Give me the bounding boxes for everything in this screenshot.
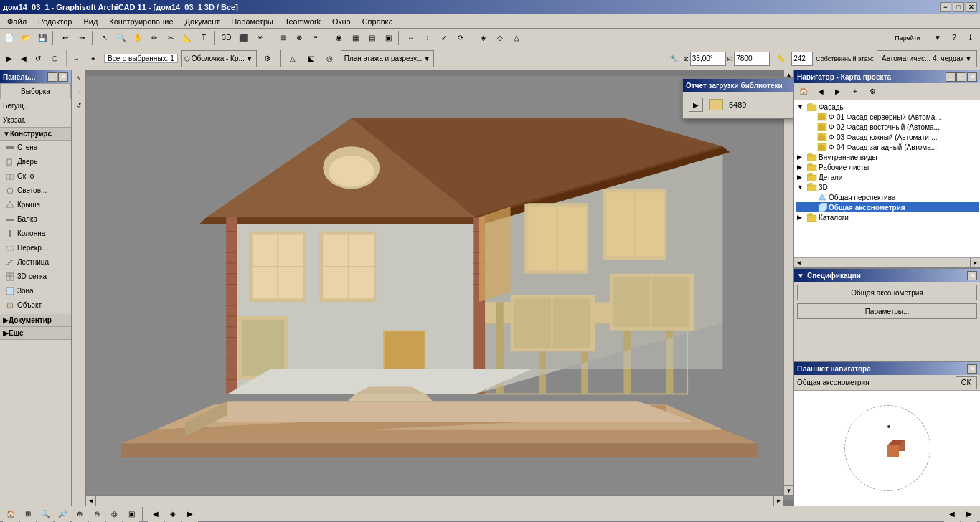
nav-fwd-btn[interactable]: ▶ (830, 84, 846, 100)
ctx-icon5[interactable]: → (70, 52, 83, 65)
nav-btn2[interactable]: ↕ (420, 30, 435, 46)
spec-axo-btn[interactable]: Общая аксонометрия (797, 285, 977, 300)
view-btn2[interactable]: ▦ (347, 30, 363, 46)
nav-running[interactable]: Бегущ... (0, 99, 71, 113)
bottom-btn2[interactable]: ⊞ (20, 506, 36, 522)
floor-number-input[interactable] (791, 52, 813, 66)
ltb-btn2[interactable]: → (72, 85, 85, 98)
bottom-btn4[interactable]: 🔎 (55, 506, 70, 522)
menu-view[interactable]: Вид (79, 16, 102, 27)
tree-3d-folder[interactable]: ▼ 3D (796, 182, 979, 192)
bottom-btn8[interactable]: ▣ (123, 506, 139, 522)
bottom-right-btn2[interactable]: ▶ (961, 506, 977, 522)
info-btn[interactable]: ℹ (963, 30, 979, 46)
nav-btn1[interactable]: ↔ (403, 30, 419, 46)
nav-add-btn[interactable]: + (847, 84, 863, 100)
3d-viewport[interactable]: ▲ ▼ ◄ ► Отчет загрузки библиотеки ✕ ▶ 54… (86, 70, 793, 506)
nav-max-btn[interactable]: □ (956, 72, 966, 82)
goto-button[interactable]: Перейти (886, 30, 929, 46)
ltb-btn3[interactable]: ↺ (72, 99, 85, 112)
nav-home-btn[interactable]: 🏠 (796, 84, 811, 100)
goto-dropdown[interactable]: ▼ (930, 30, 946, 46)
bottom-btn5[interactable]: ⊕ (72, 506, 88, 522)
item-slab[interactable]: Перекр... (0, 241, 71, 255)
item-object[interactable]: Объект (0, 298, 71, 313)
angle-input[interactable] (690, 52, 726, 66)
item-roof[interactable]: Крыша (0, 198, 71, 212)
nav-min-btn[interactable]: _ (946, 72, 956, 82)
tree-worksheets-folder[interactable]: ▶ Рабочие листы (796, 162, 979, 172)
bottom-btn9[interactable]: ◀ (148, 506, 164, 522)
help-btn[interactable]: ? (946, 30, 962, 46)
panel-close[interactable]: ✕ (58, 72, 68, 82)
tree-axonometry[interactable]: Общая аксонометрия (796, 202, 979, 212)
ctx-icon3[interactable]: ↺ (32, 52, 44, 65)
nav-ok-btn[interactable]: OK (956, 376, 977, 389)
render-button[interactable]: ⬛ (235, 30, 251, 46)
section-more[interactable]: ▶ Еще (0, 327, 71, 340)
section-document[interactable]: ▶ Документир (0, 314, 71, 327)
item-stair[interactable]: Лестница (0, 255, 71, 270)
tree-facade-e[interactable]: Ф-02 Фасад восточный (Автома... (796, 122, 979, 132)
item-beam[interactable]: Балка (0, 212, 71, 227)
bottom-btn7[interactable]: ◎ (106, 506, 122, 522)
item-column[interactable]: Колонна (0, 227, 71, 241)
section-btn[interactable]: ⬕ (303, 51, 319, 67)
ctx-icon1[interactable]: ▶ (3, 52, 16, 65)
extra-btn1[interactable]: ◈ (476, 30, 491, 46)
tree-facade-s[interactable]: Ф-03 Фасад южный (Автомати-... (796, 132, 979, 142)
item-light[interactable]: Светов... (0, 184, 71, 198)
item-window[interactable]: Окно (0, 169, 71, 184)
plan-button[interactable]: План этажа и разрезу... ▼ (341, 50, 434, 67)
tree-facade-w[interactable]: Ф-04 Фасад западный (Автома... (796, 142, 979, 152)
nav-close-btn[interactable]: ✕ (967, 72, 977, 82)
tree-facade-n[interactable]: Ф-01 Фасад серверный (Автома... (796, 112, 979, 122)
text-button[interactable]: T (196, 30, 212, 46)
open-button[interactable]: 📂 (18, 30, 34, 46)
menu-help[interactable]: Справка (358, 16, 397, 27)
minimize-button[interactable]: − (940, 2, 951, 12)
pencil-button[interactable]: ✏ (146, 30, 162, 46)
extra-btn2[interactable]: ◇ (492, 30, 508, 46)
view-btn4[interactable]: ▣ (380, 30, 396, 46)
nav-back-btn[interactable]: ◀ (813, 84, 829, 100)
bottom-btn1[interactable]: 🏠 (3, 506, 19, 522)
item-mesh[interactable]: 3D-сетка (0, 270, 71, 284)
menu-document[interactable]: Документ (181, 16, 225, 27)
nav-btn3[interactable]: ⤢ (436, 30, 452, 46)
new-button[interactable]: 📄 (1, 30, 17, 46)
tree-catalogs-folder[interactable]: ▶ Каталоги (796, 212, 979, 222)
menu-params[interactable]: Параметры (227, 16, 278, 27)
sun-button[interactable]: ☀ (252, 30, 268, 46)
settings-btn[interactable]: ⚙ (260, 51, 275, 67)
hand-button[interactable]: ✋ (130, 30, 146, 46)
tree-facades-folder[interactable]: ▼ Фасады (796, 102, 979, 112)
dialog-play-btn[interactable]: ▶ (689, 98, 703, 112)
maximize-button[interactable]: □ (953, 2, 964, 12)
grid-button[interactable]: ⊞ (275, 30, 291, 46)
ctx-icon2[interactable]: ◀ (17, 52, 30, 65)
spec-close-btn[interactable]: ✕ (967, 271, 977, 280)
tree-interior-folder[interactable]: ▶ Внутренние виды (796, 152, 979, 162)
nav-tree[interactable]: ▼ Фасады Ф-01 Фасад серверный (Автома...… (794, 100, 980, 257)
section-construct[interactable]: ▼ Конструирс (0, 128, 71, 141)
vertical-scrollbar[interactable]: ▲ ▼ (783, 70, 793, 495)
3d-button[interactable]: 3D (219, 30, 235, 46)
menu-window[interactable]: Окно (328, 16, 355, 27)
save-button[interactable]: 💾 (34, 30, 50, 46)
menu-file[interactable]: Файл (3, 16, 31, 27)
nav-pointer[interactable]: Указат... (0, 113, 71, 128)
panel-minimize[interactable]: _ (47, 72, 57, 82)
spec-params-btn[interactable]: Параметры... (797, 303, 977, 319)
ctx-selection[interactable]: ✦ (85, 51, 101, 67)
bottom-btn3[interactable]: 🔍 (37, 506, 53, 522)
bottom-btn11[interactable]: ▶ (182, 506, 198, 522)
menu-construct[interactable]: Конструирование (105, 16, 177, 27)
shell-button[interactable]: ⬡ Оболочка - Кр... ▼ (181, 50, 257, 67)
ltb-arrow[interactable]: ↖ (72, 72, 85, 85)
close-button[interactable]: ✕ (966, 2, 977, 12)
height-input[interactable] (734, 52, 770, 66)
nav-tree-hscrollbar[interactable]: ◄ ► (794, 257, 980, 267)
item-door[interactable]: Дверь (0, 155, 71, 169)
extra-btn3[interactable]: △ (509, 30, 524, 46)
